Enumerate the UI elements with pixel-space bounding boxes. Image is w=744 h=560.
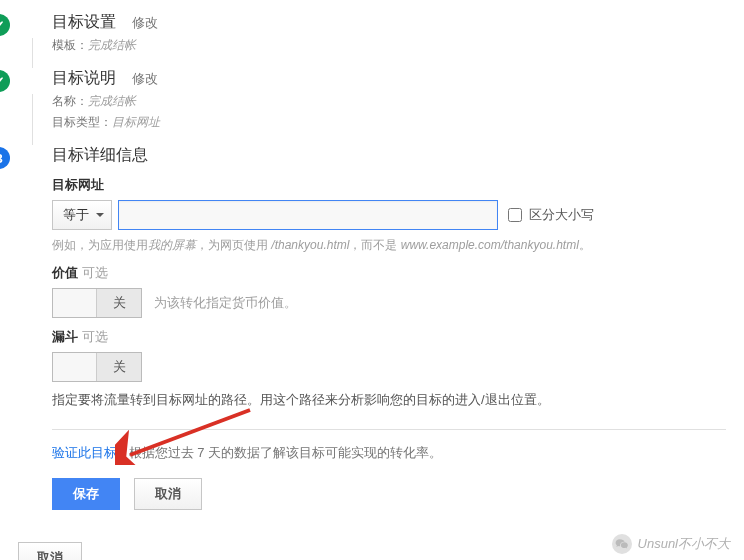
verify-description: 根据您过去 7 天的数据了解该目标可能实现的转化率。	[129, 445, 442, 460]
value-toggle[interactable]: 关	[52, 288, 142, 318]
wechat-icon	[612, 534, 632, 554]
verify-goal-link[interactable]: 验证此目标	[52, 445, 117, 460]
step1-check-icon	[0, 14, 10, 36]
url-helper-text: 例如，为应用使用我的屏幕，为网页使用 /thankyou.html，而不是 ww…	[52, 236, 726, 254]
step2-title: 目标说明	[52, 68, 116, 89]
step2-edit-link[interactable]: 修改	[132, 71, 158, 86]
step2-check-icon	[0, 70, 10, 92]
step2-type-subtitle: 目标类型：目标网址	[52, 114, 726, 131]
step1-subtitle: 模板：完成结帐	[52, 37, 726, 54]
funnel-label: 漏斗可选	[52, 328, 726, 346]
step2-name-subtitle: 名称：完成结帐	[52, 93, 726, 110]
step1-edit-link[interactable]: 修改	[132, 15, 158, 30]
step3-title: 目标详细信息	[52, 145, 148, 166]
value-toggle-off[interactable]: 关	[97, 289, 141, 317]
case-sensitive-checkbox[interactable]: 区分大小写	[504, 205, 594, 225]
destination-url-label: 目标网址	[52, 176, 726, 194]
section-divider	[52, 429, 726, 430]
value-label: 价值可选	[52, 264, 726, 282]
match-type-dropdown[interactable]: 等于	[52, 200, 112, 230]
save-button[interactable]: 保存	[52, 478, 120, 510]
value-toggle-on[interactable]	[53, 289, 97, 317]
funnel-toggle-on[interactable]	[53, 353, 97, 381]
outer-cancel-button[interactable]: 取消	[18, 542, 82, 560]
funnel-toggle[interactable]: 关	[52, 352, 142, 382]
funnel-toggle-off[interactable]: 关	[97, 353, 141, 381]
case-sensitive-box[interactable]	[508, 208, 522, 222]
step1-title: 目标设置	[52, 12, 116, 33]
funnel-description: 指定要将流量转到目标网址的路径。用这个路径来分析影响您的目标的进入/退出位置。	[52, 390, 726, 411]
watermark: Unsunl不小不大	[612, 534, 730, 554]
value-description: 为该转化指定货币价值。	[154, 294, 297, 312]
destination-url-input[interactable]	[118, 200, 498, 230]
cancel-button[interactable]: 取消	[134, 478, 202, 510]
step3-number-badge: 3	[0, 147, 10, 169]
